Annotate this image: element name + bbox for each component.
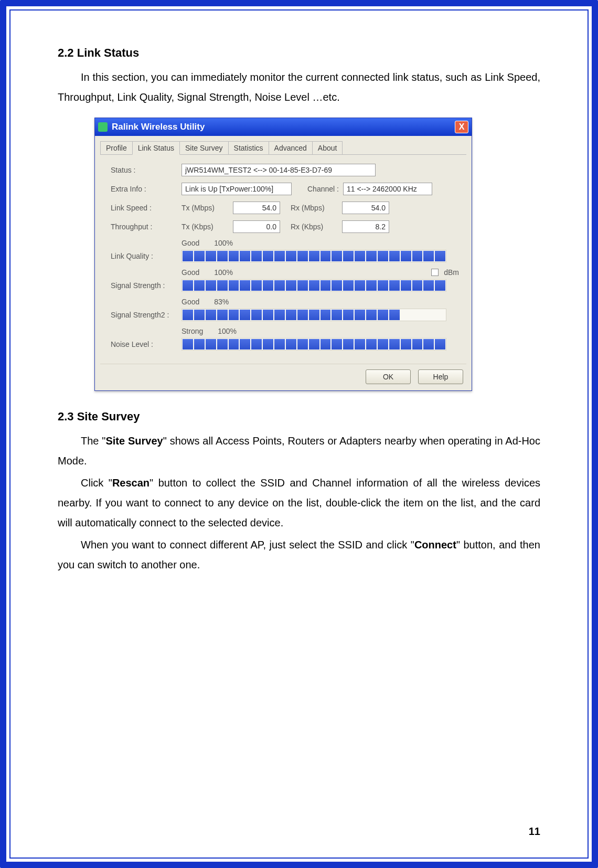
field-rx-mbps: 54.0 xyxy=(342,202,389,214)
ok-button[interactable]: OK xyxy=(366,369,411,384)
para-site-survey-3: When you want to connect different AP, j… xyxy=(58,535,540,575)
tab-statistics[interactable]: Statistics xyxy=(228,141,269,154)
label-signal-strength2: Signal Strength2 : xyxy=(111,311,181,319)
text: When you want to connect different AP, j… xyxy=(81,539,414,551)
field-rx-kbps: 8.2 xyxy=(342,220,389,233)
help-button[interactable]: Help xyxy=(418,369,463,384)
tab-profile[interactable]: Profile xyxy=(100,141,133,154)
label-signal-strength: Signal Strength : xyxy=(111,281,181,290)
text: Click " xyxy=(81,477,112,489)
bar-signal-strength xyxy=(181,279,446,292)
close-button[interactable]: X xyxy=(455,121,468,133)
page-number: 11 xyxy=(529,825,540,838)
bar-noise-level xyxy=(181,338,446,351)
value-link-quality-pct: 100% xyxy=(214,239,233,247)
label-link-quality: Link Quality : xyxy=(111,252,181,260)
field-tx-mbps: 54.0 xyxy=(233,202,280,214)
label-good-lq: Good xyxy=(181,239,199,247)
tabs: Profile Link Status Site Survey Statisti… xyxy=(100,141,466,155)
label-rx-kbps: Rx (Kbps) xyxy=(291,223,338,231)
label-throughput: Throughput : xyxy=(111,223,181,231)
para-site-survey-1: The "Site Survey" shows all Access Point… xyxy=(58,431,540,471)
label-tx-kbps: Tx (Kbps) xyxy=(181,223,229,231)
tab-site-survey[interactable]: Site Survey xyxy=(179,141,229,154)
text: The " xyxy=(81,435,105,447)
label-strong-nl: Strong xyxy=(181,327,203,335)
bar-signal-strength2 xyxy=(181,309,446,321)
label-rx-mbps: Rx (Mbps) xyxy=(291,204,338,212)
tab-advanced[interactable]: Advanced xyxy=(269,141,313,154)
field-tx-kbps: 0.0 xyxy=(233,220,280,233)
heading-site-survey: 2.3 Site Survey xyxy=(58,410,540,424)
label-channel: Channel : xyxy=(307,185,339,193)
bold-connect: Connect xyxy=(414,539,456,551)
field-extra-info: Link is Up [TxPower:100%] xyxy=(181,183,292,195)
value-signal-strength2-pct: 83% xyxy=(214,298,229,306)
para-site-survey-2: Click "Rescan" button to collect the SSI… xyxy=(58,473,540,533)
value-noise-level-pct: 100% xyxy=(218,327,237,335)
titlebar: Ralink Wireless Utility X xyxy=(95,118,472,136)
label-tx-mbps: Tx (Mbps) xyxy=(181,204,229,212)
tab-link-status[interactable]: Link Status xyxy=(132,141,180,155)
button-row: OK Help xyxy=(100,364,466,386)
label-dbm: dBm xyxy=(444,268,459,277)
bar-link-quality xyxy=(181,250,446,262)
label-status: Status : xyxy=(111,166,181,174)
form-area: Status : jWR514WM_TEST2 <--> 00-14-85-E3… xyxy=(100,160,466,358)
para-link-status-intro: In this section, you can immediately mon… xyxy=(58,67,540,107)
label-link-speed: Link Speed : xyxy=(111,204,181,212)
label-good-ss: Good xyxy=(181,268,199,277)
tab-about[interactable]: About xyxy=(312,141,343,154)
field-status: jWR514WM_TEST2 <--> 00-14-85-E3-D7-69 xyxy=(181,164,376,176)
label-noise-level: Noise Level : xyxy=(111,340,181,348)
heading-link-status: 2.2 Link Status xyxy=(58,46,540,60)
close-icon: X xyxy=(459,122,465,132)
field-channel: 11 <--> 2462000 KHz xyxy=(343,183,432,195)
bold-site-survey: Site Survey xyxy=(105,435,163,447)
wireless-utility-window: Ralink Wireless Utility X Profile Link S… xyxy=(94,118,472,391)
label-good-ss2: Good xyxy=(181,298,199,306)
value-signal-strength-pct: 100% xyxy=(214,268,233,277)
page-content: 2.2 Link Status In this section, you can… xyxy=(58,46,540,577)
window-title: Ralink Wireless Utility xyxy=(112,122,455,132)
app-icon xyxy=(98,122,108,132)
bold-rescan: Rescan xyxy=(112,477,150,489)
window-body: Profile Link Status Site Survey Statisti… xyxy=(95,136,472,390)
label-extra-info: Extra Info : xyxy=(111,185,181,193)
checkbox-dbm[interactable] xyxy=(431,269,439,276)
